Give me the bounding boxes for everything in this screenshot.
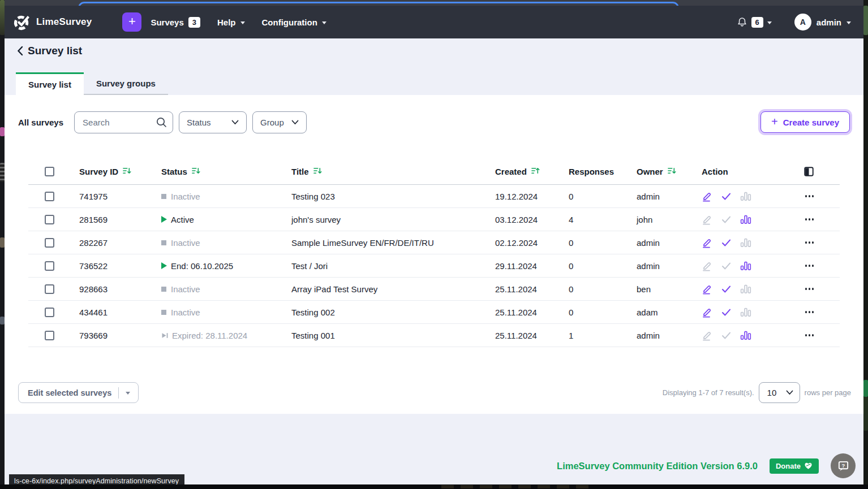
edit-survey-icon[interactable] (702, 330, 712, 341)
activate-survey-icon[interactable] (721, 261, 732, 271)
survey-title[interactable]: Testing 023 (283, 192, 487, 201)
survey-owner: ben (628, 284, 693, 294)
activate-survey-icon[interactable] (721, 237, 732, 248)
edit-survey-icon[interactable] (702, 237, 712, 248)
survey-owner: admin (628, 238, 693, 248)
nav-surveys[interactable]: Surveys 3 (151, 17, 200, 28)
rows-per-page-label: rows per page (805, 388, 851, 397)
activate-survey-icon[interactable] (721, 307, 732, 318)
survey-status: Expired: 28.11.2024 (153, 331, 283, 340)
nav-configuration[interactable]: Configuration (262, 18, 326, 27)
column-header-status[interactable]: Status (161, 167, 201, 176)
inactive-status-icon (161, 310, 166, 315)
statistics-icon[interactable] (740, 308, 751, 317)
statistics-icon[interactable] (740, 284, 751, 294)
tab-survey-groups[interactable]: Survey groups (84, 72, 168, 95)
column-settings-icon[interactable] (804, 167, 814, 176)
column-header-created[interactable]: Created (495, 167, 540, 176)
row-checkbox[interactable] (45, 261, 54, 271)
statistics-icon[interactable] (740, 192, 751, 201)
row-menu-button[interactable] (805, 334, 814, 336)
survey-status: Inactive (153, 192, 283, 201)
column-header-responses[interactable]: Responses (569, 167, 614, 176)
row-actions (693, 214, 787, 225)
select-all-checkbox[interactable] (45, 167, 54, 176)
chevron-left-icon[interactable] (17, 46, 23, 56)
table-row: 434461InactiveTesting 00225.11.20240adam (28, 301, 840, 324)
support-chat-button[interactable]: ? (831, 453, 856, 478)
avatar: A (794, 14, 811, 31)
status-text: Inactive (171, 192, 200, 201)
rows-per-page-select[interactable]: 10 (759, 382, 800, 403)
notifications-menu[interactable]: 6 (737, 16, 772, 28)
statistics-icon[interactable] (740, 331, 751, 340)
survey-title[interactable]: Testing 002 (283, 308, 487, 317)
edit-survey-icon[interactable] (702, 284, 712, 295)
donate-button[interactable]: Donate (770, 458, 819, 474)
edit-survey-icon[interactable] (702, 307, 712, 318)
sort-icon (123, 167, 132, 176)
survey-title[interactable]: Test / Jori (283, 261, 487, 271)
activate-survey-icon[interactable] (721, 284, 732, 295)
nav-help[interactable]: Help (217, 18, 245, 27)
survey-title[interactable]: Testing 001 (283, 331, 487, 340)
survey-title[interactable]: Array iPad Test Survey (283, 284, 487, 294)
browser-chrome-edge (5, 0, 863, 6)
row-actions (693, 261, 787, 271)
limesurvey-logo[interactable]: LimeSurvey (12, 13, 92, 32)
browser-window: LimeSurvey + Surveys 3 Help Configuratio… (5, 0, 863, 489)
tab-survey-list[interactable]: Survey list (16, 72, 84, 95)
user-menu[interactable]: A admin (794, 14, 851, 31)
filter-row: All surveys Status Group (18, 111, 850, 133)
status-text: Inactive (171, 308, 200, 317)
edit-survey-icon[interactable] (702, 261, 712, 271)
search-icon[interactable] (156, 116, 167, 128)
create-survey-button[interactable]: + Create survey (760, 111, 850, 133)
row-checkbox[interactable] (45, 215, 54, 224)
column-header-title[interactable]: Title (291, 167, 323, 176)
row-menu-button[interactable] (805, 265, 814, 267)
row-actions (693, 237, 787, 248)
survey-status: Active (153, 215, 283, 224)
row-menu-button[interactable] (805, 241, 814, 244)
quick-create-button[interactable]: + (122, 12, 141, 32)
activate-survey-icon[interactable] (721, 214, 732, 225)
row-menu-button[interactable] (805, 288, 814, 290)
inactive-status-icon (161, 240, 166, 245)
statistics-icon[interactable] (740, 215, 751, 224)
survey-id: 281569 (71, 215, 153, 224)
edit-selected-surveys-button[interactable]: Edit selected surveys (18, 382, 139, 403)
statistics-icon[interactable] (740, 261, 751, 271)
row-checkbox[interactable] (45, 192, 54, 201)
activate-survey-icon[interactable] (721, 330, 732, 341)
inactive-status-icon (161, 194, 166, 199)
activate-survey-icon[interactable] (721, 191, 732, 202)
column-header-owner[interactable]: Owner (637, 167, 677, 176)
edit-survey-icon[interactable] (702, 191, 712, 202)
statistics-icon[interactable] (740, 238, 751, 248)
row-checkbox[interactable] (45, 331, 54, 340)
row-menu-button[interactable] (805, 311, 814, 313)
row-menu-button[interactable] (805, 195, 814, 197)
row-checkbox[interactable] (45, 284, 54, 294)
row-menu-button[interactable] (805, 218, 814, 220)
survey-id: 793669 (71, 331, 153, 340)
row-checkbox[interactable] (45, 308, 54, 317)
survey-status: Inactive (153, 284, 283, 294)
scope-label: All surveys (18, 118, 63, 127)
status-text: Expired: 28.11.2024 (172, 331, 247, 340)
group-filter-select[interactable]: Group (252, 111, 307, 133)
edit-survey-icon[interactable] (702, 214, 712, 225)
column-header-survey-id[interactable]: Survey ID (79, 167, 132, 176)
desktop-edge-left (0, 0, 5, 489)
status-filter-select[interactable]: Status (179, 111, 247, 133)
survey-responses: 0 (560, 308, 628, 317)
survey-title[interactable]: john's survey (283, 215, 487, 224)
page-heading: Survey list (17, 45, 82, 57)
address-bar-focus-ring (78, 2, 679, 6)
row-checkbox[interactable] (45, 238, 54, 248)
sort-icon (313, 167, 323, 176)
table-row: 741975InactiveTesting 02319.12.20240admi… (28, 185, 840, 208)
survey-title[interactable]: Sample LimeSurvey EN/FR/DE/IT/RU (283, 238, 487, 248)
survey-created: 02.12.2024 (487, 238, 560, 248)
